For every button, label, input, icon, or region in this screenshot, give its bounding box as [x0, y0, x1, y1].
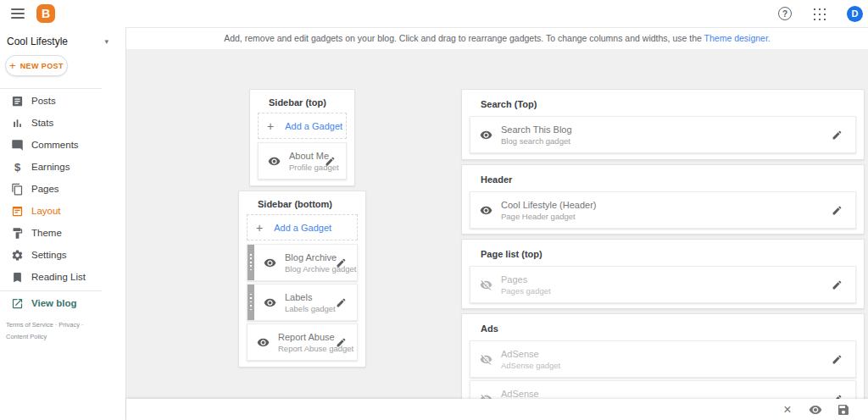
section-search-top: Search (Top) Search This Blog Blog searc…: [461, 89, 865, 160]
gadget-subtitle: Labels gadget: [285, 304, 336, 313]
view-blog-link[interactable]: View blog: [0, 293, 125, 313]
layout-canvas: Sidebar (top) + Add a Gadget About Me Pr…: [126, 49, 868, 399]
section-title: Header: [462, 165, 864, 191]
discard-close-icon[interactable]: ×: [780, 402, 795, 417]
sidebar-item-reading-list[interactable]: Reading List: [0, 266, 125, 288]
new-post-button[interactable]: + NEW POST: [5, 55, 68, 76]
theme-designer-link[interactable]: Theme designer.: [704, 33, 771, 43]
plus-icon: +: [267, 120, 274, 132]
settings-gear-icon: [11, 249, 24, 262]
section-title: Sidebar (top): [250, 90, 354, 113]
preview-eye-icon[interactable]: [808, 402, 823, 417]
gadget-row-report-abuse[interactable]: Report Abuse Report Abuse gadget: [247, 323, 358, 361]
blogger-logo-icon[interactable]: B: [36, 4, 55, 23]
drag-handle[interactable]: [248, 245, 254, 280]
blog-switcher-dropdown[interactable]: Cool Lifestyle ▾: [0, 27, 125, 49]
section-page-list-top: Page list (top) Pages Pages gadget: [461, 239, 865, 309]
gadget-subtitle: AdSense gadget: [501, 361, 560, 370]
sidebar-menu: Posts Stats Comments $ Earnings Pages La…: [0, 90, 125, 288]
open-in-new-icon: [11, 297, 24, 310]
sidebar-item-comments[interactable]: Comments: [0, 134, 125, 156]
section-sidebar-bottom: Sidebar (bottom) + Add a Gadget Blog Arc…: [238, 191, 366, 368]
theme-icon: [11, 227, 24, 240]
account-avatar[interactable]: D: [847, 6, 863, 22]
sidebar-item-settings[interactable]: Settings: [0, 244, 125, 266]
comments-icon: [11, 139, 24, 152]
stats-icon: [11, 117, 24, 130]
visibility-off-eye-icon[interactable]: [479, 278, 492, 291]
sidebar-item-layout[interactable]: Layout: [0, 200, 125, 222]
gadget-title: Search This Blog: [501, 124, 572, 135]
gadget-title: Pages: [501, 274, 551, 285]
visibility-off-eye-icon[interactable]: [479, 392, 492, 399]
earnings-dollar-icon: $: [11, 161, 24, 174]
terms-of-service-link[interactable]: Terms of Service: [6, 321, 53, 329]
sidebar-footer: Terms of Service·Privacy· Content Policy: [6, 319, 125, 343]
gadget-title: AdSense: [501, 349, 560, 359]
plus-icon: +: [9, 60, 16, 71]
sidebar-item-theme[interactable]: Theme: [0, 222, 125, 244]
gadget-subtitle: Page Header gadget: [501, 212, 597, 221]
gadget-row-about-me[interactable]: About Me Profile gadget: [258, 142, 347, 180]
visibility-eye-icon[interactable]: [479, 128, 492, 141]
gadget-row-adsense-2[interactable]: AdSense AdSense gadget: [470, 380, 856, 399]
bottom-action-bar: ×: [126, 399, 868, 420]
gadget-row-adsense-1[interactable]: AdSense AdSense gadget: [470, 340, 856, 378]
content-policy-link[interactable]: Content Policy: [6, 333, 47, 340]
gadget-title: Cool Lifestyle (Header): [501, 200, 597, 210]
drag-handle[interactable]: [248, 285, 254, 320]
sidebar-item-earnings[interactable]: $ Earnings: [0, 156, 125, 178]
gadget-subtitle: Pages gadget: [501, 286, 551, 296]
pages-icon: [11, 183, 24, 196]
edit-pencil-icon[interactable]: [830, 128, 843, 141]
visibility-eye-icon[interactable]: [256, 335, 270, 349]
instruction-banner: Add, remove and edit gadgets on your blo…: [126, 27, 868, 49]
menu-hamburger-icon[interactable]: [11, 8, 25, 19]
edit-pencil-icon[interactable]: [334, 335, 348, 349]
visibility-off-eye-icon[interactable]: [479, 352, 492, 366]
edit-pencil-icon[interactable]: [830, 203, 843, 217]
help-icon[interactable]: ?: [778, 7, 792, 20]
add-gadget-button[interactable]: + Add a Gadget: [258, 113, 347, 139]
sidebar-item-stats[interactable]: Stats: [0, 112, 125, 134]
gadget-title: AdSense: [501, 389, 560, 399]
visibility-eye-icon[interactable]: [263, 296, 276, 309]
gadget-row-blog-archive[interactable]: Blog Archive Blog Archive gadget: [247, 244, 358, 281]
gadget-row-pages[interactable]: Pages Pages gadget: [470, 266, 856, 303]
edit-pencil-icon[interactable]: [323, 154, 337, 168]
section-title: Ads: [462, 314, 864, 340]
add-gadget-button[interactable]: + Add a Gadget: [247, 214, 358, 240]
sidebar-item-pages[interactable]: Pages: [0, 178, 125, 200]
sidebar-item-posts[interactable]: Posts: [0, 90, 125, 112]
google-apps-grid-icon[interactable]: [812, 7, 826, 21]
section-sidebar-top: Sidebar (top) + Add a Gadget About Me Pr…: [249, 89, 355, 186]
edit-pencil-icon[interactable]: [830, 278, 843, 291]
gadget-row-page-header[interactable]: Cool Lifestyle (Header) Page Header gadg…: [470, 191, 856, 229]
blogger-layout-page: B ? D Cool Lifestyle ▾ + NEW POST Posts …: [0, 0, 868, 420]
edit-pencil-icon[interactable]: [830, 352, 843, 366]
section-title: Page list (top): [462, 240, 864, 266]
gadget-row-labels[interactable]: Labels Labels gadget: [247, 284, 358, 321]
edit-pencil-icon[interactable]: [334, 296, 348, 309]
plus-icon: +: [256, 222, 263, 234]
gadget-title: Labels: [285, 292, 336, 302]
blog-name: Cool Lifestyle: [7, 36, 68, 47]
visibility-eye-icon[interactable]: [479, 203, 492, 217]
section-title: Search (Top): [462, 90, 864, 116]
visibility-eye-icon[interactable]: [263, 256, 276, 269]
gadget-subtitle: Blog search gadget: [501, 136, 572, 146]
new-post-label: NEW POST: [20, 62, 64, 70]
edit-pencil-icon[interactable]: [334, 256, 348, 269]
section-ads: Ads AdSense AdSense gadget AdSense AdSen…: [461, 313, 865, 399]
chevron-down-icon: ▾: [104, 37, 108, 46]
visibility-eye-icon[interactable]: [267, 154, 281, 168]
save-icon[interactable]: [836, 402, 851, 417]
privacy-link[interactable]: Privacy: [58, 321, 80, 329]
divider: [0, 88, 102, 89]
section-title: Sidebar (bottom): [239, 191, 365, 214]
top-app-bar: B ? D: [0, 0, 868, 27]
edit-pencil-icon[interactable]: [830, 392, 843, 399]
section-header: Header Cool Lifestyle (Header) Page Head…: [461, 164, 865, 235]
left-sidebar: Cool Lifestyle ▾ + NEW POST Posts Stats …: [0, 27, 126, 420]
gadget-row-search-this-blog[interactable]: Search This Blog Blog search gadget: [470, 116, 856, 153]
